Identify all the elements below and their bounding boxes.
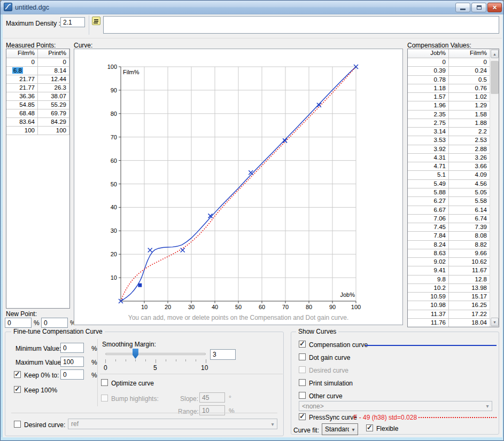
table-row[interactable]: 8.639.66 bbox=[408, 249, 499, 258]
table-row[interactable]: 0.390.24 bbox=[408, 67, 499, 75]
curve-fit-dropdown[interactable]: Standard ▾ bbox=[322, 423, 358, 435]
table-row[interactable]: 00 bbox=[408, 58, 499, 67]
table-row[interactable]: 10.213.98 bbox=[408, 284, 499, 293]
cell[interactable]: 4.31 bbox=[408, 154, 449, 162]
cell[interactable]: 4.09 bbox=[449, 171, 490, 179]
table-row[interactable]: 9.812.8 bbox=[408, 275, 499, 284]
cell[interactable]: 7.45 bbox=[408, 223, 449, 232]
column-header[interactable]: Film% bbox=[6, 49, 38, 58]
dot-gain-curve-checkbox[interactable] bbox=[299, 353, 306, 360]
cell[interactable]: 9.66 bbox=[449, 249, 490, 258]
cell[interactable]: 8.08 bbox=[449, 232, 490, 240]
comment-note-icon[interactable] bbox=[92, 17, 100, 25]
table-row[interactable]: 10.5915.17 bbox=[408, 293, 499, 301]
scrollbar[interactable]: ▲ ▼ bbox=[490, 49, 499, 327]
table-row[interactable]: 00 bbox=[6, 58, 69, 67]
cell[interactable]: 1.29 bbox=[449, 101, 490, 110]
cell[interactable]: 0 bbox=[38, 58, 69, 67]
cell[interactable]: 8.63 bbox=[408, 249, 449, 258]
cell[interactable]: 100 bbox=[38, 127, 69, 135]
table-row[interactable]: 7.848.08 bbox=[408, 232, 499, 240]
cell[interactable]: 1.88 bbox=[449, 119, 490, 128]
cell[interactable]: 8.14 bbox=[38, 67, 69, 75]
cell[interactable]: 1.02 bbox=[449, 93, 490, 101]
cell[interactable]: 3.66 bbox=[449, 162, 490, 171]
cell[interactable]: 3.92 bbox=[408, 145, 449, 154]
cell[interactable]: 1.58 bbox=[449, 111, 490, 119]
table-row[interactable]: 83.6484.29 bbox=[6, 118, 69, 127]
table-row[interactable]: 3.532.53 bbox=[408, 136, 499, 145]
other-curve-checkbox[interactable] bbox=[299, 392, 306, 399]
cell[interactable]: 12.44 bbox=[38, 75, 69, 84]
compensation-values-body[interactable]: 000.390.240.780.51.180.761.571.021.961.2… bbox=[408, 58, 499, 327]
table-row[interactable]: 7.457.39 bbox=[408, 223, 499, 232]
cell[interactable]: 0 bbox=[449, 58, 490, 67]
cell[interactable]: 0.76 bbox=[449, 84, 490, 93]
cell[interactable]: 54.85 bbox=[6, 101, 38, 109]
smoothing-slider-track[interactable] bbox=[105, 353, 206, 355]
cell[interactable]: 7.06 bbox=[408, 215, 449, 223]
table-row[interactable]: 2.351.58 bbox=[408, 111, 499, 119]
cell[interactable]: 21.77 bbox=[6, 84, 38, 92]
cell[interactable]: 11.67 bbox=[449, 266, 490, 275]
table-row[interactable]: 4.313.26 bbox=[408, 154, 499, 162]
cell[interactable]: 26.3 bbox=[38, 84, 69, 92]
compensation-values-table[interactable]: Job% Film% 000.390.240.780.51.180.761.57… bbox=[407, 49, 499, 327]
scroll-up-icon[interactable]: ▲ bbox=[491, 50, 499, 58]
table-row[interactable]: 6.676.14 bbox=[408, 206, 499, 215]
keep-100-checkbox[interactable] bbox=[14, 386, 21, 393]
cell[interactable]: 17.22 bbox=[449, 310, 490, 319]
cell[interactable]: 0.78 bbox=[408, 76, 449, 84]
cell[interactable]: 3.53 bbox=[408, 136, 449, 145]
cell[interactable]: 3.26 bbox=[449, 154, 490, 162]
cell[interactable]: 2.35 bbox=[408, 111, 449, 119]
cell[interactable]: 69.79 bbox=[38, 109, 69, 118]
cell[interactable]: 10.59 bbox=[408, 293, 449, 301]
cell[interactable]: 10.98 bbox=[408, 301, 449, 310]
table-row[interactable]: 5.14.09 bbox=[408, 171, 499, 179]
minimum-value-input[interactable] bbox=[60, 343, 84, 353]
cell[interactable]: 5.49 bbox=[408, 180, 449, 188]
cell[interactable]: 0 bbox=[408, 58, 449, 67]
new-point-film-input[interactable] bbox=[5, 318, 32, 328]
cell[interactable]: 68.48 bbox=[6, 109, 38, 118]
cell[interactable]: 55.29 bbox=[38, 101, 69, 109]
cell[interactable]: 8.82 bbox=[449, 241, 490, 249]
cell[interactable]: 0 bbox=[6, 58, 38, 67]
cell[interactable]: 18.04 bbox=[449, 319, 490, 327]
cell[interactable]: 1.96 bbox=[408, 101, 449, 110]
cell[interactable]: 6.8 bbox=[6, 67, 38, 75]
keep-0-checkbox[interactable] bbox=[14, 371, 21, 378]
close-button[interactable]: ✕ bbox=[487, 3, 502, 12]
cell[interactable]: 7.84 bbox=[408, 232, 449, 240]
cell[interactable]: 13.98 bbox=[449, 284, 490, 293]
measured-point-marker[interactable] bbox=[148, 248, 152, 252]
cell[interactable]: 9.8 bbox=[408, 275, 449, 284]
max-density-input[interactable] bbox=[60, 17, 85, 27]
measured-point-marker[interactable] bbox=[283, 138, 287, 143]
cell[interactable]: 9.41 bbox=[408, 266, 449, 275]
keep-0-input[interactable] bbox=[60, 369, 84, 380]
cell[interactable]: 15.17 bbox=[449, 293, 490, 301]
cell[interactable]: 2.75 bbox=[408, 119, 449, 128]
cell[interactable]: 4.56 bbox=[449, 180, 490, 188]
cell[interactable]: 2.53 bbox=[449, 136, 490, 145]
table-row[interactable]: 8.248.82 bbox=[408, 241, 499, 249]
cell[interactable]: 3.14 bbox=[408, 128, 449, 136]
table-row[interactable]: 9.4111.67 bbox=[408, 266, 499, 275]
table-row[interactable]: 68.4869.79 bbox=[6, 109, 69, 118]
compensation-curve-checkbox[interactable] bbox=[299, 341, 306, 348]
maximum-value-input[interactable] bbox=[60, 357, 84, 367]
cell[interactable]: 100 bbox=[6, 127, 38, 135]
table-row[interactable]: 3.142.2 bbox=[408, 128, 499, 136]
cell[interactable]: 0.24 bbox=[449, 67, 490, 75]
table-row[interactable]: 3.922.88 bbox=[408, 145, 499, 154]
curve-chart[interactable]: 1020304050607080901001020304050607080901… bbox=[74, 49, 402, 325]
cell[interactable]: 16.25 bbox=[449, 301, 490, 310]
cell[interactable]: 84.29 bbox=[38, 118, 69, 127]
cell[interactable]: 2.2 bbox=[449, 128, 490, 136]
table-row[interactable]: 11.7618.04 bbox=[408, 319, 499, 327]
cell[interactable]: 5.05 bbox=[449, 188, 490, 197]
measured-point-marker[interactable] bbox=[249, 170, 253, 175]
cell[interactable]: 11.37 bbox=[408, 310, 449, 319]
